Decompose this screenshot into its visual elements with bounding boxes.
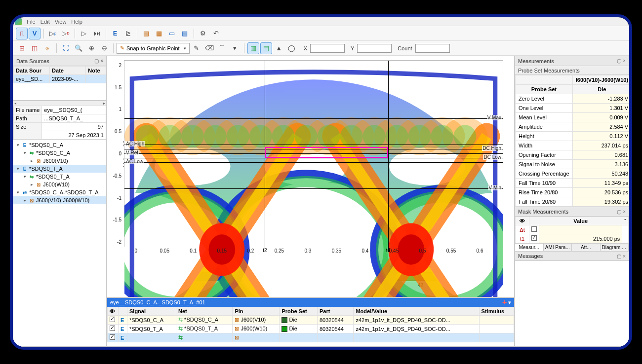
window-a-icon[interactable]: ▭: [166, 28, 178, 39]
run-d-icon[interactable]: ▷D: [60, 28, 72, 39]
tree-item[interactable]: ▸⊠J600(V10): [13, 157, 106, 165]
measurement-row[interactable]: Width237.014 ps: [516, 141, 630, 150]
close-meas-icon[interactable]: ×: [623, 58, 626, 64]
tree-item[interactable]: ▾⇄*SDQS0_C_A-*SDQS0_T_A: [13, 188, 106, 196]
reference-line[interactable]: [124, 188, 503, 189]
measurement-row[interactable]: Fall Time 10/9011.349 ps: [516, 179, 630, 188]
menu-edit[interactable]: Edit: [40, 19, 50, 25]
zoom-in-icon[interactable]: 🔍: [73, 42, 84, 54]
mask-row-checkbox[interactable]: [531, 226, 537, 232]
measurement-tab[interactable]: Diagram Att...: [601, 244, 629, 251]
grid-h-icon[interactable]: ▤: [260, 42, 272, 54]
menu-view[interactable]: View: [55, 19, 67, 25]
signal-row[interactable]: E*SDQS0_C_A⇆ *SDQS0_C_A⊠ J600(V10) Die80…: [108, 316, 514, 325]
measurement-tab[interactable]: AMI Para...: [544, 244, 572, 251]
measurement-row[interactable]: One Level1.301 V: [516, 104, 630, 113]
waveform-mode-icon[interactable]: ⎍: [16, 28, 28, 39]
zoom-fit-icon[interactable]: ⛶: [60, 42, 72, 54]
tool-pencil-icon[interactable]: ✎: [191, 42, 202, 54]
measurement-row[interactable]: Opening Factor0.681: [516, 150, 630, 160]
measurement-tab[interactable]: Att...: [572, 244, 601, 251]
x-tick: 0.3: [304, 248, 311, 254]
tree-item[interactable]: ▸⊠J600(V10)-J600(W10): [13, 196, 106, 204]
voltage-mode-icon[interactable]: V: [29, 28, 40, 39]
run-p-icon[interactable]: ▷p: [47, 28, 59, 39]
close-panel-icon[interactable]: ×: [100, 58, 103, 64]
settings-icon[interactable]: ⚙: [197, 28, 209, 39]
signal-row[interactable]: E⇆ ⊠: [108, 333, 514, 342]
data-sources-grid[interactable]: Data Sour Date Note eye__SD... 2023-09-.…: [13, 66, 106, 101]
tool-ruler-icon[interactable]: ⌒: [216, 42, 228, 54]
signals-tab-title[interactable]: eye__SDQS0_C_A-_SDQS0_T_A_#01: [110, 299, 205, 305]
signal-tree[interactable]: ▾E*SDQS0_C_A▾⇆*SDQS0_C_A▸⊠J600(V10)▾E*SD…: [13, 140, 106, 346]
tree-item[interactable]: ▾E*SDQS0_T_A: [13, 165, 106, 173]
measurement-row[interactable]: Fall Time 20/8019.302 ps: [516, 197, 630, 207]
col-data-source[interactable]: Data Sour: [14, 67, 50, 75]
group-a-icon[interactable]: ⊞: [16, 42, 28, 54]
group-b-icon[interactable]: ◫: [29, 42, 40, 54]
measurement-row[interactable]: Rise Time 20/8020.536 ps: [516, 188, 630, 197]
mask-meas-row[interactable]: Δt: [516, 225, 629, 234]
measurement-row[interactable]: Crossing Percentage50.248: [516, 169, 630, 179]
menu-help[interactable]: Help: [71, 19, 82, 25]
tree-item[interactable]: ▾⇆*SDQS0_T_A: [13, 173, 106, 181]
measurement-row[interactable]: Zero Level-1.283 V: [516, 94, 630, 104]
coord-y-input[interactable]: [357, 44, 392, 53]
ellipse-icon[interactable]: ◯: [286, 42, 298, 54]
grid-v-icon[interactable]: ▥: [247, 42, 259, 54]
play-icon[interactable]: ▷: [78, 28, 90, 39]
snap-mode-label: Snap to Graphic Point: [126, 45, 180, 51]
zoom-minus-icon[interactable]: ⊖: [98, 42, 110, 54]
coord-x-input[interactable]: [310, 44, 345, 53]
tool-eraser-icon[interactable]: ⌫: [203, 42, 215, 54]
mask-meas-row[interactable]: t1215.000 ps: [516, 234, 629, 243]
signal-visible-checkbox[interactable]: [110, 334, 115, 340]
measurement-row[interactable]: Height0.112 V: [516, 132, 630, 141]
signal-row[interactable]: E*SDQS0_T_A⇆ *SDQS0_T_A⊠ J600(W10) Die80…: [108, 325, 514, 333]
region-cursor-icon[interactable]: ⊵: [122, 28, 134, 39]
measurement-tabs[interactable]: Measur...AMI Para...Att...Diagram Att...: [515, 243, 629, 251]
data-source-row[interactable]: eye__SD... 2023-09-...: [14, 75, 106, 83]
undock-icon[interactable]: ▢: [94, 58, 99, 64]
signals-menu-icon[interactable]: ▾: [508, 299, 511, 305]
mask-measurements-table[interactable]: 👁Valueˆ Δtt1215.000 ps: [515, 217, 629, 243]
reference-line[interactable]: [124, 158, 503, 158]
zoom-plus-icon[interactable]: ⊕: [85, 42, 97, 54]
measurements-table[interactable]: I600(V10)-J600(W10) Probe SetDie Zero Le…: [515, 75, 629, 207]
col-note[interactable]: Note: [86, 67, 106, 75]
reference-line[interactable]: [124, 162, 503, 163]
time-marker[interactable]: [388, 61, 389, 252]
add-signal-icon[interactable]: ✚: [502, 299, 507, 305]
measurement-tab[interactable]: Measur...: [515, 244, 544, 251]
file-properties: File nameeye__SDQS0_( Path...SDQS0_T_A_ …: [13, 106, 106, 140]
marker-icon[interactable]: ▲: [273, 42, 285, 54]
fast-forward-icon[interactable]: ⏭: [91, 28, 103, 39]
measurement-row[interactable]: Amplitude2.584 V: [516, 122, 630, 132]
reference-line[interactable]: [124, 118, 503, 119]
measurement-row[interactable]: Mean Level0.009 V: [516, 113, 630, 122]
eye-diagram-plot[interactable]: 21.510.50-0.5-1-1.5-200.050.10.150.20.25…: [124, 60, 503, 247]
signals-table[interactable]: 👁SignalNetPinProbe SetPartModel/ValueSti…: [107, 307, 514, 346]
col-date[interactable]: Date: [50, 67, 86, 75]
measurement-row[interactable]: Signal to Noise3.136: [516, 160, 630, 169]
tree-item[interactable]: ▾⇆*SDQS0_C_A: [13, 149, 106, 157]
e-cursor-icon[interactable]: E: [109, 28, 121, 39]
link-axes-icon[interactable]: ⟐: [41, 42, 53, 54]
snap-mode-dropdown[interactable]: ✎ Snap to Graphic Point: [117, 43, 190, 54]
undo-icon[interactable]: ↶: [210, 28, 222, 39]
undock-meas-icon[interactable]: ▢: [617, 58, 621, 64]
menu-file[interactable]: File: [27, 19, 36, 25]
eye-mask[interactable]: [265, 147, 388, 157]
signal-visible-checkbox[interactable]: [110, 326, 115, 331]
mask-row-checkbox[interactable]: [531, 235, 537, 241]
coord-count-input[interactable]: [415, 44, 450, 53]
data-sources-scrollbar[interactable]: [13, 101, 106, 106]
layout-b-icon[interactable]: ▦: [153, 28, 165, 39]
tree-item[interactable]: ▾E*SDQS0_C_A: [13, 141, 106, 149]
signal-visible-checkbox[interactable]: [110, 317, 115, 322]
tree-item[interactable]: ▸⊠J600(W10): [13, 181, 106, 188]
tool-dropdown-icon[interactable]: ▾: [229, 42, 241, 54]
layout-a-icon[interactable]: ▤: [140, 28, 152, 39]
window-b-icon[interactable]: ▤: [179, 28, 191, 39]
reference-line[interactable]: [124, 145, 503, 145]
